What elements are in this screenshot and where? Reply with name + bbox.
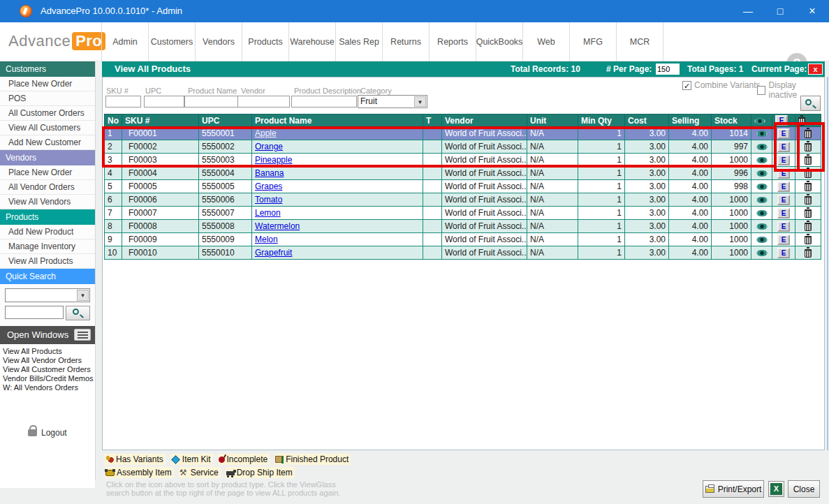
edit-button[interactable]: E [777, 181, 790, 192]
open-window-item[interactable]: Vendor Bills/Credit Memos [3, 374, 95, 383]
tab-products[interactable]: Products [242, 22, 289, 61]
column-header-sku[interactable]: SKU # [122, 114, 199, 127]
column-header-selling[interactable]: Selling [669, 114, 712, 127]
trash-icon[interactable] [805, 236, 812, 244]
checkbox-icon[interactable]: ✓ [682, 81, 691, 90]
tab-customers[interactable]: Customers [149, 22, 196, 61]
sidebar-item-manage-inventory[interactable]: Manage Inventory [0, 239, 95, 254]
delete-product-cell[interactable] [795, 140, 821, 154]
trash-icon[interactable] [805, 249, 812, 258]
edit-button[interactable]: E [777, 195, 790, 205]
eye-icon[interactable] [756, 237, 768, 243]
minimize-button[interactable]: — [732, 0, 764, 22]
view-product-cell[interactable] [751, 233, 772, 246]
logout-button[interactable]: Logout [28, 428, 67, 438]
delete-product-cell[interactable] [795, 167, 821, 180]
column-header-t[interactable]: T [423, 114, 442, 127]
sidebar-item-place-new-order[interactable]: Place New Order [0, 77, 95, 91]
trash-icon[interactable] [805, 223, 812, 231]
sidebar-item-view-all-vendors[interactable]: View All Vendors [0, 195, 95, 209]
table-row-orange[interactable]: 2F000025550002OrangeWorld of Fruit Assoc… [105, 140, 821, 154]
trash-icon[interactable] [805, 143, 812, 151]
delete-product-cell[interactable] [795, 220, 821, 233]
view-glass-search-button[interactable] [800, 96, 821, 111]
legend-item-item-kit[interactable]: Item Kit [170, 454, 213, 465]
edit-column-header[interactable]: E [772, 114, 795, 127]
table-row-lemon[interactable]: 7F000075550007LemonWorld of Fruit Associ… [105, 207, 821, 220]
eye-icon[interactable] [756, 197, 768, 203]
tab-mfg[interactable]: MFG [570, 22, 617, 61]
delete-product-cell[interactable] [795, 246, 821, 260]
eye-icon[interactable] [756, 223, 768, 230]
sidebar-item-pos[interactable]: POS [0, 91, 95, 106]
legend-item-assembly-item[interactable]: Assembly Item [105, 467, 174, 478]
product-name-link[interactable]: Grapes [255, 181, 282, 191]
product-name-link[interactable]: Banana [255, 168, 284, 178]
view-product-cell[interactable] [751, 127, 772, 140]
edit-button[interactable]: E [777, 248, 790, 258]
legend-item-finished-product[interactable]: Finished Product [274, 454, 351, 465]
product-name-link[interactable]: Pineapple [255, 155, 292, 165]
product-name-link[interactable]: Tomato [255, 195, 282, 205]
edit-product-cell[interactable]: E [772, 180, 795, 193]
view-product-cell[interactable] [751, 207, 772, 220]
edit-product-cell[interactable]: E [772, 193, 795, 207]
sidebar-item-add-new-customer[interactable]: Add New Customer [0, 135, 95, 150]
table-row-banana[interactable]: 4F000045550004BananaWorld of Fruit Assoc… [105, 167, 821, 180]
legend-item-incomplete[interactable]: Incomplete [218, 454, 270, 465]
delete-product-cell[interactable] [795, 193, 821, 207]
edit-product-cell[interactable]: E [772, 220, 795, 233]
eye-icon[interactable] [756, 157, 768, 163]
delete-product-cell[interactable] [795, 127, 821, 140]
view-product-cell[interactable] [751, 180, 772, 193]
edit-button[interactable]: E [777, 142, 790, 152]
tab-quickbooks[interactable]: QuickBooks [476, 22, 523, 61]
trash-icon[interactable] [805, 156, 812, 165]
edit-product-cell[interactable]: E [772, 127, 795, 140]
print-export-button[interactable]: Print/Export [703, 480, 764, 498]
product-name-link[interactable]: Lemon [255, 208, 281, 218]
close-button[interactable]: Close [788, 480, 820, 498]
delete-column-header[interactable] [795, 114, 821, 127]
table-row-apple[interactable]: 1F000015550001AppleWorld of Fruit Associ… [105, 127, 821, 140]
category-filter-select[interactable]: Fruit ▼ [358, 95, 427, 108]
trash-icon[interactable] [805, 196, 812, 205]
column-header-product-name[interactable]: Product Name [252, 114, 423, 127]
quick-search-button[interactable] [66, 306, 90, 320]
maximize-button[interactable]: □ [764, 0, 796, 22]
product-name-link[interactable]: Watermelon [255, 221, 300, 231]
sidebar-item-view-all-customers[interactable]: View All Customers [0, 121, 95, 135]
table-row-watermelon[interactable]: 8F000085550008WatermelonWorld of Fruit A… [105, 220, 821, 233]
open-window-item[interactable]: View All Customer Orders [3, 365, 95, 374]
table-row-grapes[interactable]: 5F000055550005GrapesWorld of Fruit Assoc… [105, 180, 821, 193]
eye-icon[interactable] [756, 131, 768, 137]
tab-reports[interactable]: Reports [430, 22, 476, 61]
vendor-filter-input[interactable] [237, 96, 290, 108]
window-close-button[interactable]: × [796, 0, 828, 22]
table-row-melon[interactable]: 9F000095550009MelonWorld of Fruit Associ… [105, 233, 821, 246]
product-name-link[interactable]: Melon [255, 235, 278, 244]
quick-search-input[interactable] [5, 306, 64, 319]
product-name-link[interactable]: Orange [255, 142, 283, 151]
table-row-tomato[interactable]: 6F000065550006TomatoWorld of Fruit Assoc… [105, 193, 821, 207]
edit-button[interactable]: E [777, 128, 790, 139]
per-page-input[interactable] [656, 64, 680, 75]
eye-icon[interactable] [756, 210, 768, 216]
trash-icon[interactable] [805, 183, 812, 191]
quick-search-dropdown[interactable]: ▼ [5, 288, 90, 302]
edit-product-cell[interactable]: E [772, 140, 795, 154]
legend-item-drop-ship-item[interactable]: Drop Ship Item [226, 467, 295, 478]
column-header-unit[interactable]: Unit [527, 114, 578, 127]
sidebar-item-add-new-product[interactable]: Add New Product [0, 225, 95, 239]
edit-button[interactable]: E [777, 155, 790, 165]
edit-product-cell[interactable]: E [772, 246, 795, 260]
eye-icon[interactable] [756, 144, 768, 150]
view-product-cell[interactable] [751, 140, 772, 154]
tab-web[interactable]: Web [523, 22, 570, 61]
table-row-pineapple[interactable]: 3F000035550003PineappleWorld of Fruit As… [105, 154, 821, 167]
edit-product-cell[interactable]: E [772, 207, 795, 220]
open-window-item[interactable]: View All Vendor Orders [3, 356, 95, 365]
sidebar-item-place-new-order[interactable]: Place New Order [0, 165, 95, 180]
edit-button[interactable]: E [777, 208, 790, 218]
chevron-down-icon[interactable]: ▼ [77, 290, 89, 301]
